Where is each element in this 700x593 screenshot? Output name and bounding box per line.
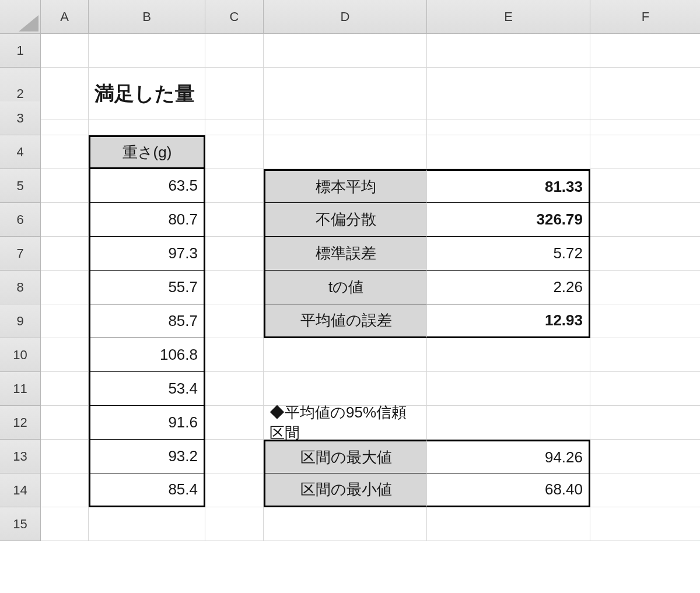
- ci-value[interactable]: 94.26: [427, 440, 590, 473]
- cell-C15[interactable]: [205, 507, 264, 541]
- cell-F7[interactable]: [590, 237, 700, 271]
- stat-label[interactable]: 不偏分散: [264, 203, 427, 237]
- cell-C7[interactable]: [205, 237, 264, 271]
- weight-value[interactable]: 53.4: [89, 372, 205, 406]
- cell-A9[interactable]: [41, 304, 89, 338]
- cell-D1[interactable]: [264, 34, 427, 68]
- weight-value[interactable]: 85.7: [89, 304, 205, 338]
- row-header-1[interactable]: 1: [0, 34, 41, 68]
- cell-D3[interactable]: [264, 101, 427, 135]
- cell-F8[interactable]: [590, 271, 700, 304]
- cell-B3[interactable]: [89, 101, 205, 135]
- weight-value[interactable]: 63.5: [89, 169, 205, 203]
- row-header-9[interactable]: 9: [0, 304, 41, 338]
- select-all-corner[interactable]: [0, 0, 41, 34]
- weight-value[interactable]: 55.7: [89, 271, 205, 304]
- ci-title[interactable]: ◆平均値の95%信頼区間: [264, 406, 427, 440]
- col-header-A[interactable]: A: [41, 0, 89, 34]
- cell-A7[interactable]: [41, 237, 89, 271]
- cell-B1[interactable]: [89, 34, 205, 68]
- cell-C6[interactable]: [205, 203, 264, 237]
- row-header-12[interactable]: 12: [0, 406, 41, 440]
- ci-value[interactable]: 68.40: [427, 473, 590, 507]
- cell-C14[interactable]: [205, 473, 264, 507]
- ci-label[interactable]: 区間の最小値: [264, 473, 427, 507]
- cell-F4[interactable]: [590, 135, 700, 169]
- weight-value[interactable]: 85.4: [89, 473, 205, 507]
- cell-B15[interactable]: [89, 507, 205, 541]
- cell-F6[interactable]: [590, 203, 700, 237]
- cell-A11[interactable]: [41, 372, 89, 406]
- row-header-14[interactable]: 14: [0, 473, 41, 507]
- cell-F14[interactable]: [590, 473, 700, 507]
- cell-F9[interactable]: [590, 304, 700, 338]
- weight-value[interactable]: 106.8: [89, 338, 205, 372]
- row-header-6[interactable]: 6: [0, 203, 41, 237]
- cell-C11[interactable]: [205, 372, 264, 406]
- cell-D15[interactable]: [264, 507, 427, 541]
- row-header-10[interactable]: 10: [0, 338, 41, 372]
- weight-header[interactable]: 重さ(g): [89, 135, 205, 169]
- cell-E15[interactable]: [427, 507, 590, 541]
- cell-E11[interactable]: [427, 372, 590, 406]
- cell-F13[interactable]: [590, 440, 700, 473]
- col-header-D[interactable]: D: [264, 0, 427, 34]
- cell-F11[interactable]: [590, 372, 700, 406]
- stat-value[interactable]: 5.72: [427, 237, 590, 271]
- col-header-C[interactable]: C: [205, 0, 264, 34]
- cell-A4[interactable]: [41, 135, 89, 169]
- row-header-7[interactable]: 7: [0, 237, 41, 271]
- weight-value[interactable]: 91.6: [89, 406, 205, 440]
- cell-D11[interactable]: [264, 372, 427, 406]
- weight-value[interactable]: 93.2: [89, 440, 205, 473]
- weight-value[interactable]: 97.3: [89, 237, 205, 271]
- col-header-F[interactable]: F: [590, 0, 700, 34]
- row-header-13[interactable]: 13: [0, 440, 41, 473]
- stat-label[interactable]: tの値: [264, 271, 427, 304]
- stat-label[interactable]: 標本平均: [264, 169, 427, 203]
- cell-C5[interactable]: [205, 169, 264, 203]
- ci-label[interactable]: 区間の最大値: [264, 440, 427, 473]
- col-header-E[interactable]: E: [427, 0, 590, 34]
- weight-value[interactable]: 80.7: [89, 203, 205, 237]
- cell-A14[interactable]: [41, 473, 89, 507]
- row-header-5[interactable]: 5: [0, 169, 41, 203]
- cell-D10[interactable]: [264, 338, 427, 372]
- cell-C12[interactable]: [205, 406, 264, 440]
- row-header-15[interactable]: 15: [0, 507, 41, 541]
- col-header-B[interactable]: B: [89, 0, 205, 34]
- stat-value[interactable]: 2.26: [427, 271, 590, 304]
- cell-C13[interactable]: [205, 440, 264, 473]
- cell-A15[interactable]: [41, 507, 89, 541]
- cell-E3[interactable]: [427, 101, 590, 135]
- stat-value[interactable]: 81.33: [427, 169, 590, 203]
- row-header-8[interactable]: 8: [0, 271, 41, 304]
- cell-E4[interactable]: [427, 135, 590, 169]
- cell-A12[interactable]: [41, 406, 89, 440]
- cell-A13[interactable]: [41, 440, 89, 473]
- stat-value[interactable]: 12.93: [427, 304, 590, 338]
- cell-C8[interactable]: [205, 271, 264, 304]
- cell-A6[interactable]: [41, 203, 89, 237]
- row-header-11[interactable]: 11: [0, 372, 41, 406]
- cell-F15[interactable]: [590, 507, 700, 541]
- cell-F1[interactable]: [590, 34, 700, 68]
- cell-A3[interactable]: [41, 101, 89, 135]
- cell-A1[interactable]: [41, 34, 89, 68]
- stat-value[interactable]: 326.79: [427, 203, 590, 237]
- stat-label[interactable]: 平均値の誤差: [264, 304, 427, 338]
- cell-C4[interactable]: [205, 135, 264, 169]
- cell-A10[interactable]: [41, 338, 89, 372]
- cell-C10[interactable]: [205, 338, 264, 372]
- cell-E1[interactable]: [427, 34, 590, 68]
- cell-C9[interactable]: [205, 304, 264, 338]
- cell-A8[interactable]: [41, 271, 89, 304]
- stat-label[interactable]: 標準誤差: [264, 237, 427, 271]
- cell-C3[interactable]: [205, 101, 264, 135]
- cell-E12[interactable]: [427, 406, 590, 440]
- cell-E10[interactable]: [427, 338, 590, 372]
- cell-F5[interactable]: [590, 169, 700, 203]
- row-header-4[interactable]: 4: [0, 135, 41, 169]
- cell-F12[interactable]: [590, 406, 700, 440]
- cell-F3[interactable]: [590, 101, 700, 135]
